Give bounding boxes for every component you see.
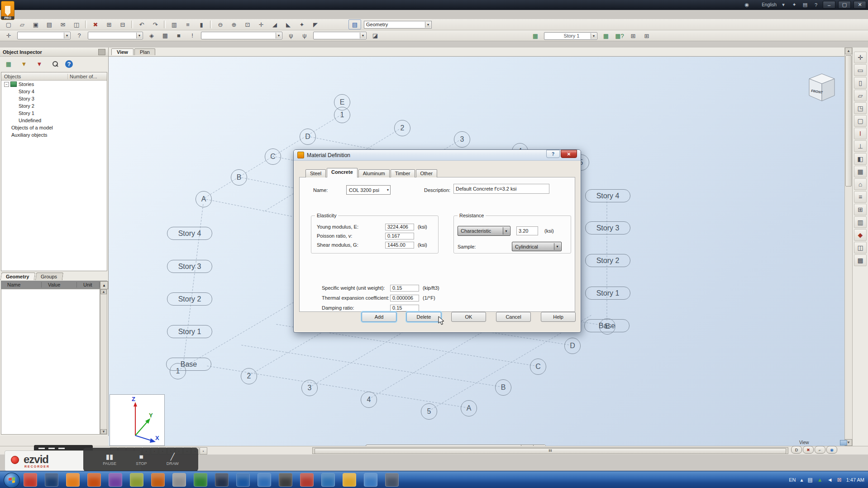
properties-table[interactable]	[1, 289, 100, 435]
redo-icon[interactable]: ↷	[149, 20, 161, 29]
lock-icon[interactable]: ▮	[196, 20, 207, 29]
toolbar-icon[interactable]	[210, 20, 212, 29]
presence-icon[interactable]: ◉	[743, 1, 751, 9]
zoom-window-icon[interactable]: ⊡	[242, 20, 253, 29]
volume-icon[interactable]: ◄	[827, 477, 833, 483]
layout-selector[interactable]: Geometry	[364, 21, 432, 29]
taskbar-app-12[interactable]	[258, 473, 271, 487]
taskbar-app-17[interactable]	[364, 473, 377, 487]
panel-icon[interactable]: ▦	[854, 166, 867, 177]
close-button[interactable]: ✕	[854, 1, 866, 9]
material-name-selector[interactable]: COL 3200 psi	[346, 185, 391, 195]
status-mini-button[interactable]: ▪	[200, 447, 207, 455]
filter-remove-icon[interactable]: ▼	[34, 59, 44, 68]
section-profile-icon[interactable]: I	[854, 128, 867, 139]
expander-icon[interactable]: −	[4, 82, 9, 87]
view-image-icon[interactable]: ▦	[159, 31, 171, 40]
stop-button[interactable]: ■ STOP	[136, 454, 147, 466]
section-icon[interactable]: ◢	[269, 20, 281, 29]
paste-icon[interactable]: ⊟	[117, 20, 129, 29]
taskbar-app-4[interactable]	[87, 473, 101, 487]
key-icon[interactable]: ⌐	[815, 446, 825, 454]
section-tool-icon[interactable]: ◪	[369, 31, 381, 40]
delete-button[interactable]: Delete	[406, 312, 441, 322]
support-icon[interactable]: ⊥	[854, 140, 867, 152]
taskbar-app-2[interactable]	[45, 473, 58, 487]
value-field[interactable]: 0.167	[385, 233, 414, 239]
toolbar-icon[interactable]	[85, 20, 87, 29]
toolbar-icon[interactable]	[131, 20, 133, 29]
search-icon[interactable]	[50, 59, 60, 68]
tab-geometry[interactable]: Geometry	[0, 273, 36, 280]
attributes-icon[interactable]: ✦	[296, 20, 308, 29]
table-column-header[interactable]: Value	[42, 282, 77, 287]
value-field[interactable]: 1445.00	[385, 242, 414, 249]
language-selector[interactable]: English	[754, 1, 777, 9]
tree-item-story-4[interactable]: Story 4	[1, 88, 107, 95]
table-column-header[interactable]: Unit	[77, 282, 100, 287]
taskbar-app-3[interactable]	[66, 473, 80, 487]
value-field[interactable]: 0.000006	[390, 295, 419, 301]
taskbar-app-6[interactable]	[130, 473, 143, 487]
help-button[interactable]: Help	[541, 312, 576, 322]
select-query-icon[interactable]: ✛	[3, 31, 14, 40]
tree-item-undefined[interactable]: Undefined	[1, 117, 107, 124]
grid-icon[interactable]: ⊞	[854, 204, 867, 215]
display-params-icon[interactable]: D	[791, 446, 802, 454]
wall-icon[interactable]: ▢	[854, 115, 867, 127]
render-icon[interactable]: ◣	[282, 20, 294, 29]
material-icon[interactable]: ◆	[854, 229, 867, 241]
taskbar-app-7[interactable]	[151, 473, 165, 487]
story-selector[interactable]: Story 1	[544, 32, 597, 40]
taskbar-app-10[interactable]	[215, 473, 229, 487]
panel-menu-icon[interactable]	[98, 49, 105, 55]
taskbar-app-14[interactable]	[300, 473, 314, 487]
column-objects[interactable]: Objects	[1, 74, 67, 79]
names-combo[interactable]	[201, 32, 282, 39]
dialog-tab-timber[interactable]: Timber	[391, 169, 415, 177]
render-mode-icon[interactable]: ◉	[826, 446, 837, 454]
level-table-icon[interactable]: ⊞	[641, 31, 653, 40]
filter-combo[interactable]	[88, 32, 143, 39]
notes-icon[interactable]: ▥	[168, 20, 180, 29]
table-vertical-scrollbar[interactable]: ▲ ▼	[100, 289, 107, 435]
story-add-icon[interactable]: ▦	[600, 31, 612, 40]
minimize-button[interactable]: –	[823, 1, 835, 9]
beam-icon[interactable]: ▱	[854, 90, 867, 101]
open-project-icon[interactable]: ▱	[16, 20, 28, 29]
print-icon[interactable]: ▤	[43, 20, 55, 29]
value-field[interactable]: 3224.406	[385, 224, 414, 230]
story-help-icon[interactable]: ▦?	[614, 31, 625, 40]
table-column-header[interactable]: Name	[1, 282, 42, 287]
copy-icon[interactable]: ⊞	[103, 20, 115, 29]
column-icon[interactable]: ▯	[854, 77, 867, 89]
tree-item-story-1[interactable]: Story 1	[1, 110, 107, 117]
robot-app-logo-icon[interactable]: PRO	[1, 1, 14, 20]
scrollbar-thumb[interactable]	[845, 55, 852, 187]
tree-item-stories[interactable]: − Stories	[1, 81, 107, 88]
tab-view[interactable]: View	[111, 48, 134, 55]
inspector-help-icon[interactable]: ?	[65, 60, 73, 68]
dialog-tab-steel[interactable]: Steel	[305, 169, 326, 177]
release-icon[interactable]: ◧	[854, 153, 867, 165]
table-scroll-up-icon[interactable]: ▲	[100, 281, 108, 289]
keyboard-icon[interactable]: ▤	[807, 477, 812, 483]
load-symbol-2-icon[interactable]: ψ	[299, 31, 310, 40]
delete-icon[interactable]: ✖	[90, 20, 101, 29]
story-table-icon[interactable]: ⊞	[627, 31, 639, 40]
gdrive-icon[interactable]: ▲	[817, 477, 823, 483]
tree-item-story-2[interactable]: Story 2	[1, 102, 107, 110]
undo-icon[interactable]: ↶	[136, 20, 148, 29]
favorites-icon[interactable]: ✦	[790, 1, 798, 9]
start-button[interactable]	[4, 473, 20, 488]
cancel-button[interactable]: Cancel	[496, 312, 531, 322]
taskbar-app-15[interactable]	[321, 473, 335, 487]
toolbar-icon[interactable]	[164, 20, 166, 29]
roof-icon[interactable]: ⌂	[854, 178, 867, 190]
selection-combo[interactable]	[17, 32, 71, 39]
description-field[interactable]: Default Concrete f'c=3.2 ksi	[453, 184, 549, 194]
column-number-of[interactable]: Number of...	[67, 74, 107, 79]
dimension-icon[interactable]: ≡	[854, 191, 867, 203]
help-icon[interactable]: ?	[812, 1, 820, 9]
object-info-icon[interactable]: !	[186, 31, 198, 40]
